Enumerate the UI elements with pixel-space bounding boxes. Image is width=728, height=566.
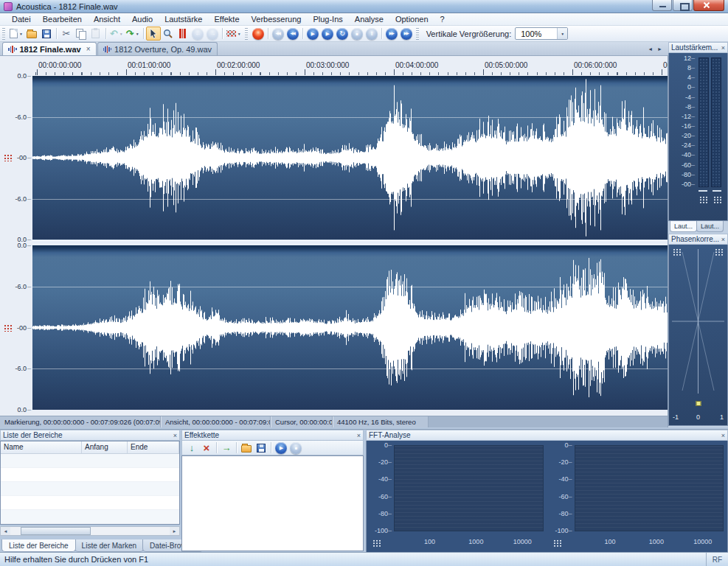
table-row[interactable]	[1, 468, 179, 482]
fft-y-tick: -20	[367, 459, 392, 466]
waveform-channel-left[interactable]	[32, 76, 668, 240]
select-tool-button[interactable]	[146, 27, 161, 41]
dock-tab-2[interactable]: Liste der Marken	[74, 539, 144, 552]
menu-item-1[interactable]: Datei	[6, 14, 37, 24]
scrub-tool-button[interactable]	[176, 27, 190, 41]
toolbar-grip[interactable]	[416, 28, 419, 40]
remove-effect-button[interactable]: ×	[199, 441, 214, 455]
menu-item-10[interactable]: Optionen	[389, 14, 434, 24]
close-icon[interactable]: ×	[721, 236, 725, 243]
close-icon[interactable]: ×	[357, 432, 361, 439]
open-file-button[interactable]	[24, 27, 39, 41]
waveform-channel-right[interactable]	[32, 245, 668, 410]
copy-button[interactable]	[74, 27, 89, 41]
minimize-button[interactable]	[652, 0, 672, 11]
stop-button[interactable]: ■	[350, 27, 364, 41]
toolbar-grip[interactable]	[2, 28, 5, 40]
close-icon[interactable]: ×	[721, 44, 725, 52]
menu-item-9[interactable]: Analyse	[349, 14, 389, 24]
redo-button[interactable]: ↷▼	[125, 27, 141, 41]
chevron-down-icon[interactable]: ▼	[557, 28, 567, 39]
table-row[interactable]	[1, 496, 179, 510]
scroll-right-icon[interactable]: ►	[170, 527, 179, 535]
toolbar-grip[interactable]	[245, 28, 248, 40]
menu-item-6[interactable]: Effekte	[209, 14, 246, 24]
close-icon[interactable]: ×	[86, 45, 91, 53]
tab-scroll-left-icon[interactable]: ◄	[648, 46, 653, 52]
menu-item-2[interactable]: Bearbeiten	[37, 14, 88, 24]
table-row[interactable]	[1, 454, 179, 468]
column-header-ende[interactable]: Ende	[128, 441, 179, 453]
dropdown-arrow-icon[interactable]: ▼	[238, 32, 241, 36]
navigate-forward-button[interactable]: →	[205, 27, 220, 41]
menu-item-5[interactable]: Lautstärke	[159, 14, 208, 24]
scroll-left-icon[interactable]: ◄	[1, 527, 10, 535]
rewind-button[interactable]: ◀◀	[285, 27, 300, 41]
phase-marker[interactable]	[696, 401, 701, 406]
navigate-back-button[interactable]: ←	[190, 27, 205, 41]
table-row[interactable]	[1, 482, 179, 496]
zoom-tool-button[interactable]	[161, 27, 176, 41]
scrollbar-track[interactable]	[10, 527, 170, 535]
close-icon[interactable]: ×	[173, 432, 177, 439]
effect-chain-list[interactable]	[181, 455, 364, 551]
scrollbar-thumb[interactable]	[21, 527, 91, 535]
channel-drag-handle-icon[interactable]	[4, 154, 12, 161]
save-file-button[interactable]	[39, 27, 54, 41]
insert-effect-button[interactable]: ↓	[184, 441, 199, 455]
save-chain-button[interactable]	[254, 441, 268, 455]
fast-forward-button[interactable]: ▶▶	[384, 27, 399, 41]
play-selection-button[interactable]: ▶	[320, 27, 335, 41]
column-header-anfang[interactable]: Anfang	[82, 441, 128, 453]
cut-button[interactable]: ✂	[59, 27, 74, 41]
new-file-button[interactable]: ▼	[8, 27, 24, 41]
channel-drag-handle-icon[interactable]	[4, 324, 12, 332]
fft-analysis-panel: FFT-Analyse × 0-20-40-60-80-100 10010001…	[366, 430, 728, 553]
timeline-ruler[interactable]: 00:00:00:00000:01:00:00000:02:00:00000:0…	[32, 56, 668, 76]
layout-grid-button[interactable]: ▼	[225, 27, 243, 41]
channel-separator[interactable]	[32, 240, 668, 245]
dropdown-arrow-icon[interactable]: ▼	[119, 32, 123, 36]
table-row[interactable]	[1, 510, 179, 524]
vertical-zoom-select[interactable]: 100% ▼	[515, 27, 568, 40]
dropdown-arrow-icon[interactable]: ▼	[136, 32, 139, 36]
meter-tab-2[interactable]: Laut...	[696, 221, 724, 232]
grip-dots-icon[interactable]	[372, 539, 381, 547]
tab-scroll-right-icon[interactable]: ►	[657, 46, 662, 52]
fft-x-tick: 1000	[649, 538, 664, 545]
grip-dots-icon[interactable]	[553, 539, 562, 547]
menu-item-4[interactable]: Audio	[126, 14, 159, 24]
tab-1812-finale[interactable]: 1812 Finale.wav ×	[2, 42, 97, 55]
stop-chain-button[interactable]: ■	[288, 441, 303, 455]
pause-button[interactable]: ‖	[364, 27, 379, 41]
menu-item-3[interactable]: Ansicht	[88, 14, 126, 24]
grip-dots-icon[interactable]	[713, 196, 722, 203]
go-to-end-button[interactable]: ▶▶	[399, 27, 414, 41]
waveform-canvas-right[interactable]	[32, 245, 668, 410]
menu-item-8[interactable]: Plug-Ins	[307, 14, 348, 24]
loop-button[interactable]: ↻	[335, 27, 350, 41]
paste-button[interactable]	[89, 27, 103, 41]
dropdown-arrow-icon[interactable]: ▼	[19, 32, 23, 36]
open-chain-button[interactable]	[239, 441, 254, 455]
tab-1812-overture[interactable]: 1812 Overture, Op. 49.wav	[97, 42, 218, 55]
play-button[interactable]: ▶	[305, 27, 320, 41]
edit-effect-button[interactable]: →	[219, 441, 234, 455]
play-selection-icon: ▶	[322, 28, 333, 40]
menu-item-7[interactable]: Verbesserung	[246, 14, 308, 24]
maximize-button[interactable]	[673, 0, 693, 11]
play-chain-button[interactable]: ▶	[274, 441, 288, 455]
go-to-start-button[interactable]: ◀◀	[271, 27, 285, 41]
close-button[interactable]	[693, 0, 724, 11]
effect-chain-panel: Effektkette × ↓×→▶■	[181, 430, 364, 553]
waveform-canvas-left[interactable]	[32, 76, 668, 240]
meter-tab-1[interactable]: Laut...	[670, 221, 697, 232]
record-button[interactable]	[251, 27, 266, 41]
undo-button[interactable]: ↶▼	[108, 27, 125, 41]
close-icon[interactable]: ×	[721, 432, 725, 439]
regions-table-body[interactable]	[1, 454, 179, 524]
grip-dots-icon[interactable]	[699, 196, 708, 203]
dock-tab-1[interactable]: Liste der Bereiche	[1, 539, 76, 552]
menu-item-11[interactable]: ?	[434, 14, 451, 24]
column-header-name[interactable]: Name	[1, 441, 82, 453]
